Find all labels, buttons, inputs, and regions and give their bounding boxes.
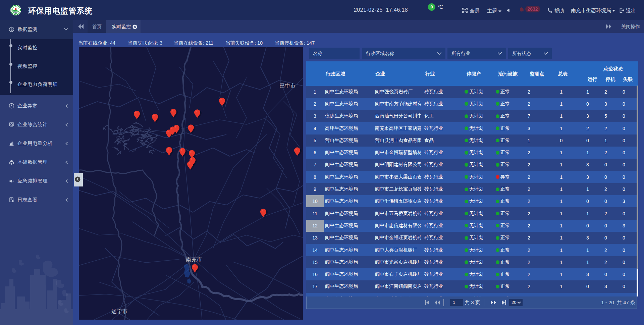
svg-text:遂宁市: 遂宁市 xyxy=(111,309,127,314)
svg-text:南充市: 南充市 xyxy=(186,257,202,262)
svg-text:巴中市: 巴中市 xyxy=(279,83,296,89)
